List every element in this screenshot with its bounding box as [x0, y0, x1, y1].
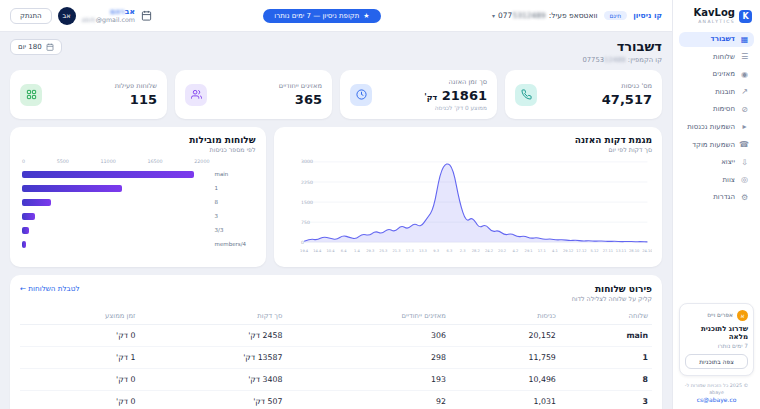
table-row[interactable]: main20,1523062458 דק'0 דק' [20, 325, 652, 347]
table-cell: 1 [560, 347, 652, 369]
bar-row[interactable]: main [20, 167, 256, 181]
svg-text:29.3: 29.3 [366, 249, 374, 253]
bar-category-label: 8 [210, 199, 256, 205]
date-range-chip[interactable]: 180 יום [10, 39, 62, 55]
sidebar-item-insights[interactable]: ↗ תובנות [679, 84, 754, 100]
brand[interactable]: K KavLog ANALYTICS [679, 8, 754, 32]
block-icon: ⊘ [740, 105, 749, 115]
table-cell: 92 [286, 391, 450, 409]
bar-category-label: 1 [210, 185, 256, 191]
table-row[interactable]: 810,4961933408 דק'0 דק' [20, 369, 652, 391]
stat-cards: מס' כניסות 47,517 סך זמן האזנה 21861 דק'… [10, 70, 662, 119]
chevron-down-icon: ▾ [492, 12, 495, 19]
table-cell: 3 [560, 391, 652, 409]
svg-text:21.3: 21.3 [392, 249, 400, 253]
svg-text:1.4: 1.4 [354, 249, 360, 253]
rocket-icon: ★ [363, 12, 369, 20]
trend-chart-card: מגמת דקות האזנה סך דקות לפי יום 07501500… [274, 127, 662, 267]
stat-label: מס' כניסות [602, 82, 652, 90]
bar-category-label: 3 [210, 213, 256, 219]
promo-days-left: 7 ימים נותרו [685, 343, 748, 349]
svg-text:2250: 2250 [301, 180, 313, 185]
sidebar-footer: © 2025 כל הזכויות שמורות ל-abaye cs@abay… [679, 382, 754, 403]
avatar[interactable]: אב [58, 7, 76, 25]
sidebar-item-label: שלוחות [713, 53, 735, 61]
calendar-icon[interactable] [141, 10, 152, 21]
bar [22, 227, 29, 234]
sidebar-item-team[interactable]: ◎ צוות [679, 172, 754, 188]
main-column: קו ניסיון חינם וואטסאפ פעיל: 0775312489 … [0, 0, 672, 409]
bar-chart-rows: main 1 8 3 3/3 members/4 [20, 167, 256, 251]
extensions-table: שלוחהכניסותמאזינים ייחודייםסך דקותזמן ממ… [20, 308, 652, 409]
sidebar-item-dashboard[interactable]: ▦ דשבורד [679, 32, 754, 48]
table-row[interactable]: 111,75929813587 דק'1 דק' [20, 347, 652, 369]
phone-selector[interactable]: וואטסאפ פעיל: 0775312489 ▾ [492, 11, 598, 20]
logout-button[interactable]: התנתק [10, 8, 52, 24]
trial-banner[interactable]: ★ תקופת ניסיון — 7 ימים נותרו [263, 9, 380, 23]
bar-row[interactable]: 3/3 [20, 223, 256, 237]
svg-text:20.2: 20.2 [498, 249, 506, 253]
sidebar-item-label: השמעות נכנסות [687, 123, 735, 131]
bar-axis-tick: 11000 [101, 159, 116, 164]
upgrade-promo-card: א אפרים וייס שדרוג לתוכנית מלאה 7 ימים נ… [679, 303, 754, 376]
sidebar-item-label: הגדרות [713, 193, 735, 201]
all-extensions-link[interactable]: לטבלת השלוחות ← [20, 284, 80, 293]
svg-text:6.4: 6.4 [340, 249, 346, 253]
sidebar-item-label: דשבורד [711, 35, 735, 43]
table-cell: 298 [286, 347, 450, 369]
table-cell: 306 [286, 325, 450, 347]
bar-row[interactable]: 3 [20, 209, 256, 223]
line-free-badge: חינם [604, 11, 628, 20]
bar-row[interactable]: 8 [20, 195, 256, 209]
sidebar-item-extensions[interactable]: ☰ שלוחות [679, 49, 754, 65]
top-extensions-subtitle: לפי מספר כניסות [20, 146, 256, 153]
svg-text:5.12: 5.12 [590, 249, 598, 253]
stat-sub: ממוצע 0 דק' לכניסה [424, 105, 487, 111]
sidebar-item-inbound-plays[interactable]: ▸ השמעות נכנסות [679, 119, 754, 135]
user-info[interactable]: אברהם abrk@gmail.com [82, 7, 135, 24]
user-email: abrk@gmail.com [82, 16, 135, 24]
sidebar-nav: ▦ דשבורד ☰ שלוחות ◉ מאזינים ↗ תובנות ⊘ ח… [679, 32, 754, 206]
svg-text:4.2: 4.2 [512, 249, 518, 253]
sidebar-item-listeners[interactable]: ◉ מאזינים [679, 67, 754, 83]
bar-row[interactable]: 1 [20, 181, 256, 195]
bar-category-label: members/4 [210, 241, 256, 247]
table-cell: 10,496 [450, 369, 560, 391]
sidebar-item-hotline-plays[interactable]: ☎ השמעות מוקד [679, 137, 754, 153]
top-extensions-chart-card: שלוחות מובילות לפי מספר כניסות 055001100… [10, 127, 266, 267]
sidebar-item-export[interactable]: ⇩ ייצוא [679, 155, 754, 171]
bar-axis-tick: 16500 [147, 159, 162, 164]
svg-text:13.3: 13.3 [418, 249, 426, 253]
agent-avatar: א [737, 310, 748, 321]
bar [22, 213, 35, 220]
calendar-icon [46, 43, 54, 51]
support-email-link[interactable]: cs@abaye.co [679, 396, 754, 403]
svg-text:28.2: 28.2 [471, 249, 479, 253]
table-cell: 20,152 [450, 325, 560, 347]
trend-area-chart: 075015002250300019.414.410.46.41.429.325… [284, 157, 652, 255]
sidebar-item-label: ייצוא [721, 158, 735, 166]
sidebar-item-blocks[interactable]: ⊘ חסימות [679, 102, 754, 118]
bar [22, 199, 51, 206]
stat-label: שלוחות פעילות [115, 82, 157, 90]
svg-text:13.11: 13.11 [615, 249, 625, 253]
svg-text:750: 750 [301, 220, 310, 225]
view-plans-button[interactable]: צפה בתוכניות [685, 354, 748, 369]
svg-text:10.4: 10.4 [326, 249, 335, 253]
svg-text:2.3: 2.3 [459, 249, 465, 253]
extensions-icon: ☰ [740, 52, 749, 62]
page-head: דשבורד קו הקמפיין: 0775312489 180 יום [10, 39, 662, 64]
user-name: אברהם [82, 7, 135, 16]
sidebar-item-label: צוות [722, 176, 735, 184]
bar-axis-tick: 0 [22, 159, 25, 164]
svg-text:3000: 3000 [301, 160, 313, 165]
hotline-icon: ☎ [740, 140, 749, 150]
svg-text:6.3: 6.3 [446, 249, 452, 253]
table-row[interactable]: 31,03192507 דק'0 דק' [20, 391, 652, 409]
svg-text:14.4: 14.4 [313, 249, 322, 253]
bar-row[interactable]: members/4 [20, 237, 256, 251]
sidebar-item-settings[interactable]: ⚙ הגדרות [679, 190, 754, 206]
stat-value: 47,517 [602, 92, 652, 107]
sidebar-item-label: תובנות [715, 88, 735, 96]
bar-category-label: 3/3 [210, 227, 256, 233]
